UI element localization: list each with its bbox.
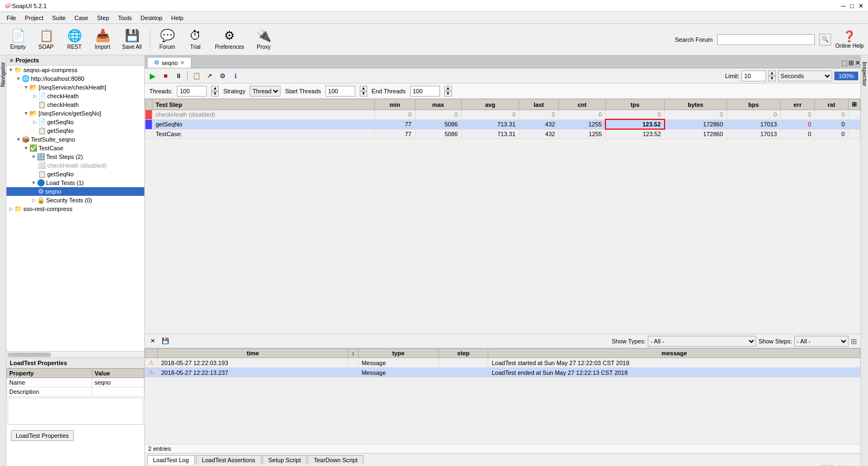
settings-btn[interactable]: ⚙ <box>217 71 228 81</box>
copy-btn[interactable]: 📋 <box>191 71 202 81</box>
tab-teardown-script[interactable]: TearDown Script <box>308 455 363 464</box>
menu-step[interactable]: Step <box>93 14 114 22</box>
tree-toggle[interactable]: ▷ <box>8 206 14 212</box>
message-col-header[interactable]: message <box>488 349 860 358</box>
menu-case[interactable]: Case <box>70 14 93 22</box>
seconds-select[interactable]: Seconds <box>778 71 832 81</box>
tree-item-checkeath-svc[interactable]: ▼ 📂 [/seqService/checkHeath] <box>7 83 144 92</box>
strategy-select[interactable]: Thread Simple <box>250 86 280 97</box>
inspector-sidebar[interactable]: Inspector <box>860 55 868 466</box>
log-row[interactable]: ⚠ 2018-05-27 12:22:03.193 Message LoadTe… <box>145 358 860 368</box>
expand-col-header[interactable]: ⊞ <box>848 99 860 110</box>
tree-item-getseqno-step[interactable]: 📋 getSeqNo <box>7 170 144 178</box>
export-btn[interactable]: ↗ <box>204 71 215 81</box>
tree-item-seqno-loadtest[interactable]: ⚙ seqno <box>7 187 144 196</box>
menu-help[interactable]: Help <box>167 14 188 22</box>
tree-toggle[interactable]: ▼ <box>23 84 29 91</box>
search-forum-input[interactable] <box>717 34 815 45</box>
tree-item-endpoint[interactable]: ▼ 🌐 http://localhost:8080 <box>7 74 144 83</box>
menu-suite[interactable]: Suite <box>48 14 70 22</box>
max-col-header[interactable]: max <box>415 99 461 110</box>
cnt-col-header[interactable]: cnt <box>559 99 606 110</box>
tab-loadtest-log[interactable]: LoadTest Log <box>147 455 195 464</box>
threads-down[interactable]: ▼ <box>211 91 219 97</box>
teststep-col-header[interactable]: Test Step <box>152 99 375 110</box>
menu-desktop[interactable]: Desktop <box>136 14 167 22</box>
bps-col-header[interactable]: bps <box>726 99 780 110</box>
table-row[interactable]: getSeqNo 77 5086 713.31 432 1255 123.52 … <box>145 119 860 129</box>
tree-item-seqno-api[interactable]: ▼ 📁 seqno-api-compress <box>7 66 144 74</box>
tab-closeall-icon[interactable]: ✕ <box>855 59 860 67</box>
tree-toggle[interactable]: ▷ <box>30 197 37 203</box>
minimize-btn[interactable]: ─ <box>841 2 846 10</box>
toolbar-import-btn[interactable]: 📥 Import <box>89 25 116 54</box>
threads-spinner[interactable]: ▲ ▼ <box>211 86 219 97</box>
tree-scrollbar[interactable] <box>7 351 144 358</box>
menu-file[interactable]: File <box>2 14 21 22</box>
type-col-header[interactable]: type <box>358 349 438 358</box>
table-row[interactable]: TestCase: 77 5086 713.31 432 1255 123.52… <box>145 129 860 139</box>
log-clear-btn[interactable]: ✕ <box>148 337 157 345</box>
time-col-header[interactable]: time <box>158 349 348 358</box>
show-types-select[interactable]: - All - Message Error Warning <box>648 336 756 347</box>
limit-up[interactable]: ▲ <box>768 71 776 76</box>
tree-item-securitytests[interactable]: ▷ 🔒 Security Tests (0) <box>7 196 144 205</box>
tree-toggle[interactable]: ▼ <box>30 154 37 160</box>
min-col-header[interactable]: min <box>375 99 415 110</box>
end-threads-down[interactable]: ▼ <box>444 91 452 97</box>
limit-spinner[interactable]: ▲ ▼ <box>768 71 776 81</box>
start-threads-spinner[interactable]: ▲ ▼ <box>360 86 367 97</box>
last-col-header[interactable]: last <box>519 99 559 110</box>
table-row[interactable]: checkHeath (disabled) 0 0 0 0 0 0 0 0 0 … <box>145 110 860 120</box>
tab-close-btn[interactable]: ✕ <box>180 60 184 66</box>
tps-col-header[interactable]: tps <box>605 99 665 110</box>
avg-col-header[interactable]: avg <box>461 99 519 110</box>
start-threads-up[interactable]: ▲ <box>360 86 367 91</box>
bytes-col-header[interactable]: bytes <box>665 99 726 110</box>
toolbar-trial-btn[interactable]: ⏱ Trial <box>182 25 209 54</box>
show-steps-select[interactable]: - All - <box>794 336 848 347</box>
stop-btn[interactable]: ■ <box>160 71 171 81</box>
tree-item-checkeath-req[interactable]: ▷ 📄 checkHeath <box>7 92 144 100</box>
close-btn[interactable]: ✕ <box>858 2 864 10</box>
tree-toggle[interactable]: ▷ <box>31 93 38 99</box>
tree-toggle[interactable]: ▼ <box>15 136 22 143</box>
step-col-header[interactable]: step <box>438 349 488 358</box>
online-help-btn[interactable]: ❓ Online Help <box>835 30 864 49</box>
threads-input[interactable] <box>177 86 207 97</box>
tree-item-loadtests[interactable]: ▼ 🔵 Load Tests (1) <box>7 178 144 187</box>
tree-toggle[interactable]: ▷ <box>31 119 38 125</box>
tree-toggle[interactable]: ▼ <box>8 67 14 73</box>
end-threads-spinner[interactable]: ▲ ▼ <box>444 86 452 97</box>
limit-down[interactable]: ▼ <box>768 76 776 81</box>
tree-item-getseqno-req2[interactable]: 📋 getSeqNo <box>7 126 144 135</box>
toolbar-forum-btn[interactable]: 💬 Forum <box>154 25 181 54</box>
percent-btn[interactable]: 100% <box>834 72 858 80</box>
tree-toggle[interactable]: ▼ <box>23 110 29 117</box>
toolbar-preferences-btn[interactable]: ⚙ Preferences <box>210 25 249 54</box>
tab-expand-icon[interactable]: ⊞ <box>848 59 854 67</box>
err-col-header[interactable]: err <box>781 99 815 110</box>
limit-input[interactable] <box>742 71 766 81</box>
start-threads-down[interactable]: ▼ <box>360 91 367 97</box>
tree-toggle[interactable]: ▼ <box>15 75 22 82</box>
tree-toggle[interactable]: ▼ <box>23 145 29 151</box>
toolbar-empty-btn[interactable]: 📄 Empty <box>4 25 31 54</box>
menu-project[interactable]: Project <box>21 14 48 22</box>
tree-toggle[interactable]: ▼ <box>30 180 37 186</box>
pause-btn[interactable]: ⏸ <box>173 71 184 81</box>
navigator-sidebar[interactable]: Navigator <box>0 55 7 466</box>
search-forum-button[interactable]: 🔍 <box>819 34 831 46</box>
tree-item-checkeath-disabled[interactable]: ⬜ checkHeath (disabled) <box>7 161 144 170</box>
tree-item-checkeath-req2[interactable]: 📋 checkHeath <box>7 100 144 109</box>
tree-item-testcase[interactable]: ▼ ✅ TestCase <box>7 144 144 152</box>
tree-item-teststeps[interactable]: ▼ 🔢 Test Steps (2) <box>7 152 144 161</box>
tab-setup-script[interactable]: Setup Script <box>263 455 307 464</box>
tab-float-icon[interactable]: ⬚ <box>841 59 847 67</box>
rat-col-header[interactable]: rat <box>815 99 848 110</box>
run-btn[interactable]: ▶ <box>147 71 158 81</box>
description-input[interactable] <box>8 398 143 425</box>
info-btn[interactable]: ℹ <box>230 71 241 81</box>
log-expand-btn[interactable]: ⊞ <box>851 337 857 346</box>
end-threads-input[interactable] <box>410 86 440 97</box>
